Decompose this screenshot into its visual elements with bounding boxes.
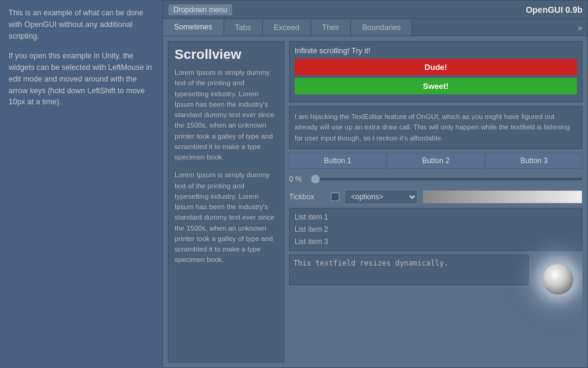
- glow-ball: [543, 264, 573, 294]
- content-area: Scrollview Lorem Ipsum is simply dummy t…: [163, 36, 587, 367]
- tab-tabs[interactable]: Tabs: [224, 19, 263, 36]
- list-item-2[interactable]: List item 2: [295, 223, 577, 236]
- slider-input[interactable]: [311, 178, 582, 180]
- button-1[interactable]: Button 1: [289, 153, 386, 169]
- scrollview-title: Scrollview: [168, 42, 284, 65]
- description-para2: If you open this example in Unity, the w…: [9, 50, 154, 108]
- buttons-row: Button 1 Button 2 Button 3: [289, 153, 582, 169]
- dude-button[interactable]: Dude!: [295, 59, 577, 75]
- bottom-row: [289, 255, 582, 304]
- app-title: OpenGUI 0.9b: [526, 5, 582, 15]
- infinite-scroll-box: Infinite scrolling! Try it! Dude! Sweet!: [289, 41, 582, 102]
- scrollview-para2: Lorem Ipsum is simply dummy text of the …: [175, 170, 277, 265]
- description-para1: This is an example of what can be done w…: [9, 7, 154, 42]
- slider-row: 0 %: [289, 172, 582, 186]
- button-3[interactable]: Button 3: [486, 153, 582, 169]
- text-editor-box: I am hijacking the TextEditor feature of…: [289, 106, 582, 149]
- color-picker[interactable]: [423, 190, 582, 204]
- tab-their[interactable]: Their: [311, 19, 351, 36]
- sweet-button[interactable]: Sweet!: [295, 78, 577, 94]
- tab-exceed[interactable]: Exceed: [263, 19, 311, 36]
- tab-more[interactable]: »: [573, 19, 587, 36]
- dynamic-textfield[interactable]: [289, 255, 529, 285]
- button-2[interactable]: Button 2: [387, 153, 484, 169]
- list-items: List item 1 List item 2 List item 3: [289, 208, 582, 251]
- title-bar: Dropdown menu OpenGUI 0.9b: [163, 1, 587, 19]
- tab-sometimes[interactable]: Sometimes: [163, 19, 224, 36]
- scrollview-panel: Scrollview Lorem Ipsum is simply dummy t…: [168, 41, 284, 362]
- right-panel: Infinite scrolling! Try it! Dude! Sweet!…: [289, 41, 582, 362]
- infinite-scroll-label: Infinite scrolling! Try it!: [295, 47, 577, 55]
- tickbox-label: Tickbox: [289, 193, 326, 201]
- list-item-3[interactable]: List item 3: [295, 236, 577, 248]
- slider-value-label: 0 %: [289, 175, 306, 183]
- options-dropdown[interactable]: <options>: [344, 190, 418, 204]
- scrollview-para1: Lorem Ipsum is simply dummy text of the …: [175, 67, 277, 163]
- list-item-1[interactable]: List item 1: [295, 211, 577, 223]
- tab-boundaries[interactable]: Boundaries: [351, 19, 412, 36]
- left-panel: This is an example of what can be done w…: [0, 0, 162, 368]
- tickbox-checkbox[interactable]: [331, 193, 339, 201]
- main-window: Dropdown menu OpenGUI 0.9b Sometimes Tab…: [162, 0, 588, 368]
- text-editor-content: I am hijacking the TextEditor feature of…: [295, 113, 570, 142]
- dropdown-menu-button[interactable]: Dropdown menu: [168, 4, 233, 16]
- glow-ball-container: [533, 255, 582, 304]
- tickbox-row: Tickbox <options>: [289, 190, 582, 204]
- scrollview-content[interactable]: Lorem Ipsum is simply dummy text of the …: [168, 65, 284, 362]
- tab-bar: Sometimes Tabs Exceed Their Boundaries »: [163, 19, 587, 36]
